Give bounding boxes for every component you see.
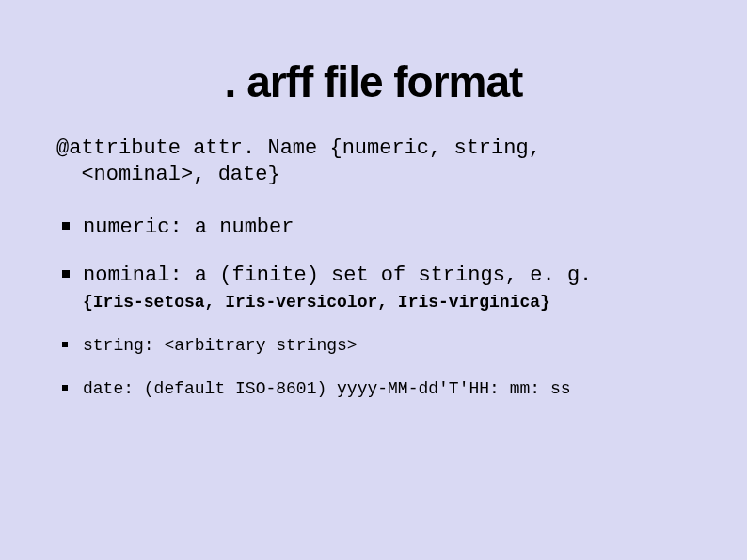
slide-title: . arff file format [56,56,691,107]
attribute-syntax: @attribute attr. Name {numeric, string, … [56,136,691,187]
bullet-text: string: <arbitrary strings> [83,336,358,355]
bullet-nominal: nominal: a (finite) set of strings, e. g… [56,264,691,312]
bullet-numeric: numeric: a number [56,216,691,239]
intro-line-1: @attribute attr. Name {numeric, string, [56,136,541,160]
bullet-subtext: {Iris-setosa, Iris-versicolor, Iris-virg… [83,293,691,312]
bullet-date: date: (default ISO-8601) yyyy-MM-dd'T'HH… [56,379,691,398]
bullet-text: date: (default ISO-8601) yyyy-MM-dd'T'HH… [83,379,570,398]
slide: . arff file format @attribute attr. Name… [0,0,747,560]
bullet-text: numeric: a number [83,216,294,239]
bullet-text: nominal: a (finite) set of strings, e. g… [83,264,592,287]
bullet-list: numeric: a number nominal: a (finite) se… [56,216,691,398]
bullet-string: string: <arbitrary strings> [56,336,691,355]
intro-line-2: <nominal>, date} [81,163,279,186]
